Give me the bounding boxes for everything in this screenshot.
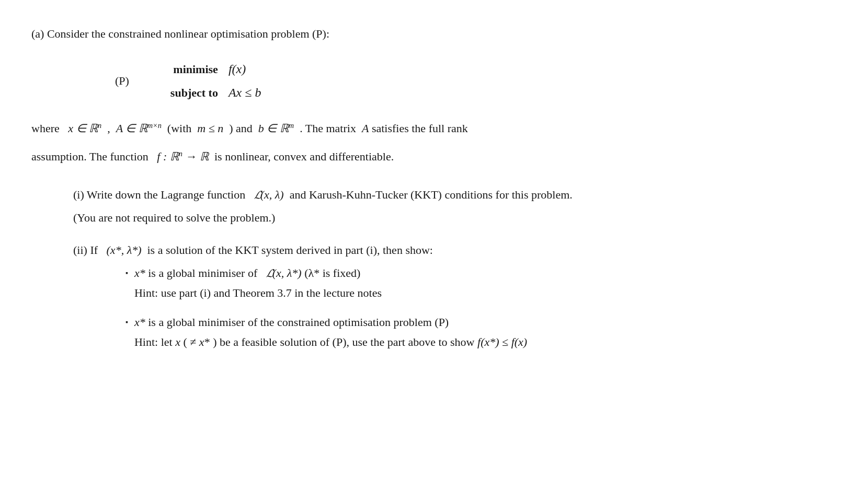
part-ii-label: (ii) If (x*, λ*) is a solution of the KK… — [73, 241, 837, 259]
x-star-1: x* — [134, 266, 145, 280]
bullet-symbol-1: ▪ — [125, 267, 128, 279]
part-ii-block: (ii) If (x*, λ*) is a solution of the KK… — [73, 241, 837, 351]
is-nonlinear-text: is nonlinear, convex and differentiable. — [211, 150, 394, 163]
bullet-1-text-1: is a global minimiser of — [148, 266, 263, 280]
and-kkt-text: and Karush-Kuhn-Tucker (KKT) conditions … — [287, 188, 573, 201]
m-leq-n: m ≤ n — [197, 122, 223, 135]
bullet-2-content: x* is a global minimiser of the constrai… — [134, 313, 527, 351]
subject-to-keyword: subject to — [161, 84, 218, 102]
lagrange-func: 𝓛(x, λ) — [254, 188, 284, 201]
part-a-text: (a) Consider the constrained nonlinear o… — [31, 27, 329, 40]
minimise-expr: f(x) — [229, 60, 246, 79]
part-i-block: (i) Write down the Lagrange function 𝓛(x… — [73, 186, 837, 227]
x-in-rn: x ∈ ℝn — [68, 122, 101, 135]
bullet-1-content: x* is a global minimiser of 𝓛(x, λ*) (λ*… — [134, 264, 382, 302]
a-in-rmn: A ∈ ℝm×n — [116, 122, 162, 135]
subject-to-expr: Ax ≤ b — [229, 83, 261, 102]
problem-formulas: minimise f(x) subject to Ax ≤ b — [161, 60, 261, 102]
bullet-item-2: ▪ x* is a global minimiser of the constr… — [125, 313, 837, 351]
main-content: (a) Consider the constrained nonlinear o… — [31, 25, 837, 351]
lagrange-func-1: 𝓛(x, λ*) — [266, 266, 302, 280]
dot-matrix-text: . The matrix — [297, 122, 362, 135]
x-star-2: x* — [134, 316, 145, 329]
f-func: f : ℝn → ℝ — [157, 150, 209, 163]
satisfies-text: satisfies the full rank — [372, 122, 468, 135]
part-i-text: (i) Write down the Lagrange function — [73, 188, 251, 201]
bullet-list: ▪ x* is a global minimiser of 𝓛(x, λ*) (… — [125, 264, 837, 351]
is-solution-text: is a solution of the KKT system derived … — [144, 243, 433, 257]
hint-2-text: Hint: let x ( ≠ x* ) be a feasible solut… — [134, 335, 477, 348]
minimise-row: minimise f(x) — [161, 60, 261, 79]
with-text: (with — [164, 122, 197, 135]
bullet-item-1: ▪ x* is a global minimiser of 𝓛(x, λ*) (… — [125, 264, 837, 302]
where-text: where — [31, 122, 65, 135]
problem-p-block: (P) minimise f(x) subject to Ax ≤ b — [115, 60, 837, 102]
comma-text: , — [105, 122, 116, 135]
kkt-solution: (x*, λ*) — [107, 243, 142, 257]
bullet-2-main: x* is a global minimiser of the constrai… — [134, 313, 527, 331]
part-a-intro: (a) Consider the constrained nonlinear o… — [31, 25, 837, 43]
bullet-symbol-2: ▪ — [125, 317, 128, 328]
bullet-2-text: is a global minimiser of the constrained… — [148, 316, 449, 329]
subject-to-row: subject to Ax ≤ b — [161, 83, 261, 102]
f-ineq: f(x*) ≤ f(x) — [477, 335, 527, 348]
b-in-rm: b ∈ ℝm — [258, 122, 294, 135]
bullet-1-hint: Hint: use part (i) and Theorem 3.7 in th… — [134, 284, 382, 302]
not-required-text: (You are not required to solve the probl… — [73, 209, 837, 227]
bullet-2-hint: Hint: let x ( ≠ x* ) be a feasible solut… — [134, 333, 527, 351]
problem-p-label: (P) — [115, 72, 129, 90]
close-and-text: ) and — [226, 122, 258, 135]
a-matrix: A — [362, 122, 369, 135]
part-i-label: (i) Write down the Lagrange function 𝓛(x… — [73, 186, 837, 204]
part-ii-text: (ii) If — [73, 243, 104, 257]
bullet-1-main: x* is a global minimiser of 𝓛(x, λ*) (λ*… — [134, 264, 382, 282]
bullet-1-fixed: (λ* is fixed) — [304, 266, 360, 280]
hint-1-text: Hint: use part (i) and Theorem 3.7 in th… — [134, 286, 382, 299]
where-line: where x ∈ ℝn , A ∈ ℝm×n (with m ≤ n ) an… — [31, 118, 837, 139]
assumption-line: assumption. The function f : ℝn → ℝ is n… — [31, 146, 837, 167]
minimise-keyword: minimise — [161, 61, 218, 78]
assumption-text: assumption. The function — [31, 150, 154, 163]
